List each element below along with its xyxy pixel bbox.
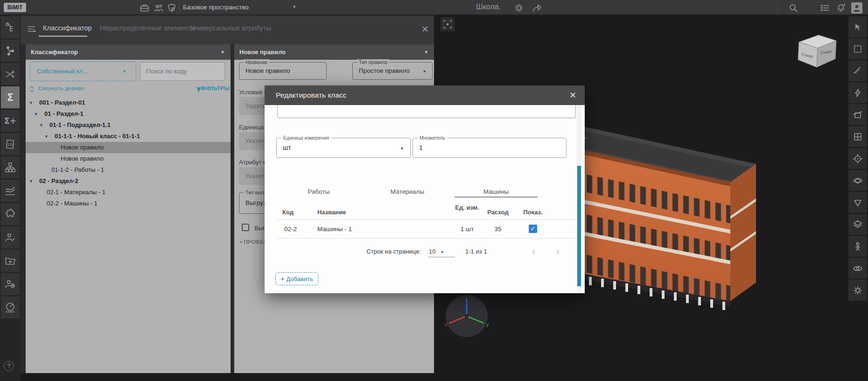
region-select-tool[interactable] xyxy=(441,17,455,31)
panel-menu-icon[interactable] xyxy=(27,25,37,35)
doc-2d-icon[interactable]: 2D xyxy=(1,133,20,155)
tool-grid-cube[interactable] xyxy=(848,126,867,147)
filters-button[interactable]: ФИЛЬТРЫ xyxy=(201,85,230,91)
tree-item-class[interactable]: 02-1 - Материалы - 1 xyxy=(26,187,231,198)
folder-import-icon[interactable] xyxy=(1,250,20,272)
caret-down-icon[interactable]: ▾ xyxy=(40,120,42,131)
puzzle-icon[interactable] xyxy=(1,203,20,225)
tree-item-class[interactable]: ▾ 01-1-1 - Новый класс - 01-1-1 xyxy=(26,131,231,142)
tool-orbit[interactable] xyxy=(848,170,867,191)
dialog-title-bar[interactable]: Редактировать класс ✕ xyxy=(265,85,585,105)
edit-class-dialog: Редактировать класс ✕ Единица измерения … xyxy=(265,85,585,293)
view-cube[interactable]: Слева Сзади xyxy=(793,31,840,72)
column-header-code: Код xyxy=(282,209,294,216)
tab-classifier[interactable]: Классификатор xyxy=(43,24,92,32)
chevron-down-icon[interactable]: ▾ xyxy=(293,4,296,10)
chevron-down-icon: ▾ xyxy=(425,44,427,60)
tab-unallocated-elements[interactable]: Нераспределённые элементы xyxy=(100,24,195,32)
classifier-section-header[interactable]: Классификатор ▾ xyxy=(26,44,231,60)
tree-item-section[interactable]: ▾ 01-1 - Подраздел-1.1 xyxy=(26,120,231,131)
rule-section-header[interactable]: Новое правило ▾ xyxy=(234,44,434,60)
team-icon[interactable] xyxy=(153,2,164,14)
help-button[interactable]: ? xyxy=(4,361,14,371)
line-chart-icon[interactable] xyxy=(1,180,20,202)
dialog-tab-works[interactable]: Работы xyxy=(274,188,363,195)
search-icon[interactable] xyxy=(788,2,799,14)
dialog-tab-materials[interactable]: Материалы xyxy=(363,188,452,195)
briefcase-icon[interactable] xyxy=(139,2,150,14)
add-row-button[interactable]: + Добавить xyxy=(275,272,318,285)
caret-down-icon[interactable]: ▾ xyxy=(30,176,32,187)
caret-down-icon[interactable]: ▾ xyxy=(45,131,48,142)
dialog-scrollbar[interactable] xyxy=(577,105,581,293)
tree-item-section[interactable]: ▾ 02 - Раздел-2 xyxy=(26,176,231,187)
dialog-multiplier-field[interactable]: Множитель 1 xyxy=(413,138,567,158)
hierarchy-tree-icon[interactable] xyxy=(1,16,20,38)
shuffle-icon[interactable] xyxy=(1,63,20,85)
caret-down-icon[interactable]: ▾ xyxy=(30,97,32,108)
dialog-unit-dropdown[interactable]: Единица измерения шт ▾ xyxy=(276,138,411,158)
check-note: • ПРОВЕР xyxy=(240,239,268,245)
gear-icon[interactable] xyxy=(513,2,525,14)
scrollbar-thumb[interactable] xyxy=(577,166,581,286)
tool-settings[interactable] xyxy=(848,280,867,301)
gauge-icon[interactable] xyxy=(1,296,20,318)
tree-item-rule[interactable]: Новое правило xyxy=(26,153,231,164)
workspace-selector[interactable]: Базовое пространство xyxy=(183,4,249,11)
account-icon[interactable] xyxy=(851,2,862,14)
dialog-tab-machines[interactable]: Машины xyxy=(452,188,540,195)
rule-type-dropdown[interactable]: Тип правила Простое правило ▾ xyxy=(352,62,433,80)
tool-measure[interactable] xyxy=(848,60,867,81)
tree-item-class[interactable]: 01-1-2 - Работы - 1 xyxy=(26,164,231,176)
shield-user-icon[interactable] xyxy=(166,2,177,14)
person-pin-icon[interactable] xyxy=(1,273,20,295)
tool-select-cursor[interactable] xyxy=(848,16,867,37)
tree-item-section[interactable]: ▾ 001 - Раздел-01 xyxy=(26,97,231,108)
tool-walk[interactable] xyxy=(848,236,867,257)
branch-icon[interactable] xyxy=(1,40,20,62)
app-logo[interactable]: BiMiT xyxy=(4,3,26,12)
sigma-icon[interactable]: Σ xyxy=(1,86,20,108)
tree-item-section[interactable]: ▾ 01 - Раздел-1 xyxy=(26,108,231,120)
tool-lightning[interactable] xyxy=(848,82,867,103)
cell-code: 02-2 xyxy=(284,226,297,233)
sigma-plus-icon[interactable]: Σ+ xyxy=(1,110,20,132)
tree-item-class[interactable]: 02-2 - Машины - 1 xyxy=(26,198,231,209)
export-checkbox[interactable] xyxy=(242,224,249,231)
collapse-tree-button[interactable]: Свернуть дерево xyxy=(38,85,84,91)
topbar-divider xyxy=(179,2,180,14)
page-previous-icon[interactable]: ‹ xyxy=(532,247,535,256)
axis-y-label: y xyxy=(486,322,489,327)
close-icon[interactable]: ✕ xyxy=(421,24,429,35)
collapse-tree-icon[interactable] xyxy=(29,86,35,94)
rows-per-page-select[interactable]: 10 ▾ xyxy=(429,248,443,255)
chevron-down-icon: ▾ xyxy=(423,69,426,74)
active-dialog-tab-underline xyxy=(455,197,538,198)
tool-visibility[interactable] xyxy=(848,258,867,279)
sync-bell-icon[interactable] xyxy=(835,2,847,14)
sitemap-icon[interactable] xyxy=(1,156,20,178)
tool-focus-target[interactable] xyxy=(848,148,867,169)
tool-section-plane[interactable] xyxy=(848,104,867,125)
axis-gizmo[interactable]: x y xyxy=(441,292,492,343)
tool-box-select[interactable] xyxy=(848,38,867,59)
topbar-divider xyxy=(777,2,778,14)
tool-clip-plane[interactable] xyxy=(848,192,867,213)
code-search-input[interactable]: Поиск по коду xyxy=(140,62,225,81)
page-next-icon[interactable]: › xyxy=(556,247,560,256)
caret-down-icon[interactable]: ▾ xyxy=(35,108,37,120)
table-divider xyxy=(277,219,576,220)
cell-rate: 35 xyxy=(484,226,512,233)
own-classifier-dropdown[interactable]: Собственный кл... ▾ xyxy=(30,62,136,81)
list-icon[interactable] xyxy=(819,2,831,14)
svg-text:2D: 2D xyxy=(8,142,13,147)
show-checkbox-checked[interactable]: ✓ xyxy=(529,225,537,233)
tool-layers[interactable] xyxy=(848,214,867,235)
person-check-icon[interactable] xyxy=(1,226,20,248)
share-icon[interactable] xyxy=(531,2,542,14)
tab-universal-attributes[interactable]: Универсальные атрибуты xyxy=(190,24,271,32)
description-input-partial[interactable] xyxy=(277,105,576,118)
rule-name-field[interactable]: Название Новое правило xyxy=(239,62,327,80)
close-icon[interactable]: ✕ xyxy=(569,85,576,105)
tree-item-rule-selected[interactable]: Новое правило xyxy=(26,142,231,153)
